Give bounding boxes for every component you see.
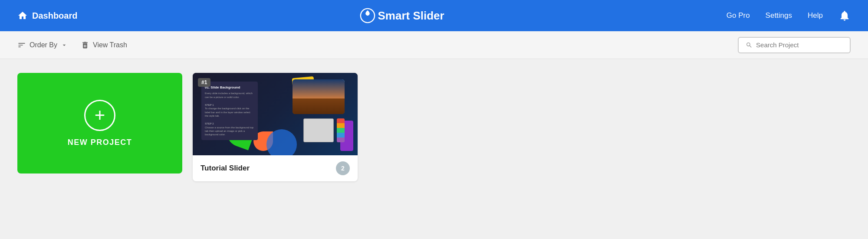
trash-icon: [81, 41, 89, 49]
logo-text: Smart Slider: [378, 9, 444, 23]
dashboard-label: Dashboard: [32, 11, 77, 21]
content-area: + NEW PROJECT 01. Slide Background Every…: [0, 59, 868, 195]
slider-thumbnail: 01. Slide Background Every slide include…: [193, 73, 358, 155]
order-icon: [17, 41, 26, 49]
slide-count-badge: 2: [336, 161, 350, 175]
toolbar: Order By View Trash: [0, 31, 868, 59]
slide-count: 2: [341, 165, 345, 172]
add-icon: +: [84, 100, 115, 131]
chevron-down-icon: [61, 42, 68, 49]
bell-icon[interactable]: [838, 10, 851, 22]
order-by-button[interactable]: Order By: [17, 41, 68, 49]
color-bar: [337, 118, 345, 142]
landscape-image: [293, 79, 345, 114]
slide-badge: #1: [198, 78, 210, 87]
dashboard-nav[interactable]: Dashboard: [17, 10, 77, 21]
logo: Smart Slider: [360, 8, 444, 23]
new-project-card[interactable]: + NEW PROJECT: [17, 73, 182, 174]
header-nav: Go Pro Settings Help: [727, 10, 851, 22]
slider-card-footer: Tutorial Slider 2: [193, 155, 358, 181]
blue-circle: [266, 129, 297, 155]
color-strip-orange: [337, 123, 345, 128]
order-by-label: Order By: [30, 41, 57, 49]
slide-info-panel: 01. Slide Background Every slide include…: [201, 82, 258, 140]
search-box[interactable]: [738, 37, 851, 53]
view-trash-button[interactable]: View Trash: [81, 41, 127, 49]
toolbar-left: Order By View Trash: [17, 41, 127, 49]
color-strip-purple: [337, 138, 345, 142]
thumbnail-inner: 01. Slide Background Every slide include…: [193, 73, 358, 155]
sky: [293, 79, 345, 98]
slider-card[interactable]: 01. Slide Background Every slide include…: [193, 73, 358, 181]
search-input[interactable]: [756, 41, 843, 49]
color-strip-blue: [337, 133, 345, 138]
search-icon: [746, 41, 753, 49]
view-trash-label: View Trash: [93, 41, 127, 49]
new-project-label: NEW PROJECT: [68, 138, 132, 147]
ground: [293, 98, 345, 114]
settings-link[interactable]: Settings: [766, 11, 792, 20]
color-strip-green: [337, 128, 345, 133]
home-icon: [17, 10, 28, 21]
help-link[interactable]: Help: [808, 11, 823, 20]
slider-title: Tutorial Slider: [201, 164, 250, 173]
logo-icon: [360, 8, 375, 23]
color-picker: [303, 118, 334, 142]
color-strip-red: [337, 118, 345, 123]
go-pro-link[interactable]: Go Pro: [727, 11, 750, 20]
header: Dashboard Smart Slider Go Pro Settings H…: [0, 0, 868, 31]
